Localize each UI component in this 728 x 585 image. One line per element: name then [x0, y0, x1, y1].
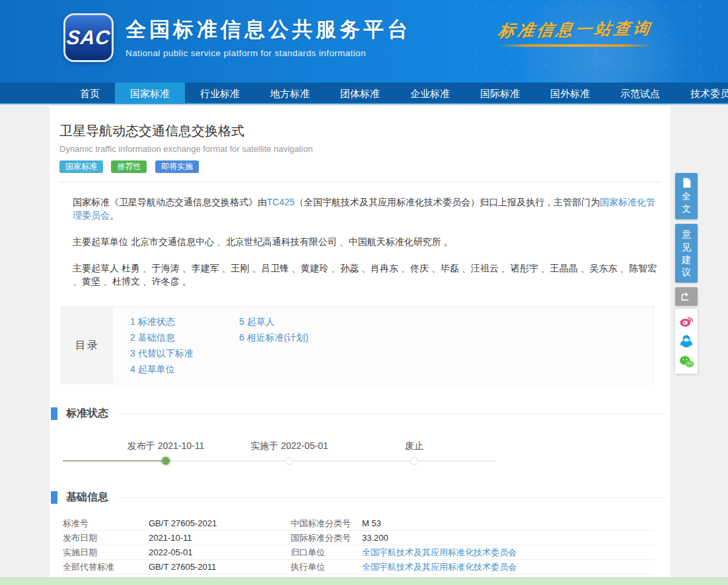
row-value: 2022-05-01 — [149, 547, 193, 557]
intro-text-2: （全国宇航技术及其应用标准化技术委员会）归口上报及执行，主管部门为 — [295, 197, 600, 207]
status-timeline: 发布于 2021-10-11 实施于 2022-05-01 废止 — [63, 435, 495, 468]
timeline-track-done — [63, 460, 166, 462]
table-row: 发布日期 2021-10-11 — [63, 531, 291, 545]
wechat-icon[interactable] — [678, 354, 694, 370]
table-row: 执行单位 全国宇航技术及其应用标准化技术委员会 — [291, 560, 654, 574]
basic-section-header: 基础信息 — [50, 491, 671, 504]
timeline-label-abolished: 废止 — [405, 440, 423, 452]
table-row: 实施日期 2022-05-01 — [63, 545, 291, 560]
nav-item-national-standards[interactable]: 国家标准 — [115, 83, 185, 103]
qq-icon[interactable] — [678, 333, 694, 349]
toc-link-drafting-orgs[interactable]: 4 起草单位 — [130, 361, 239, 377]
row-label: 全部代替标准 — [63, 561, 149, 573]
row-value: 33.200 — [362, 533, 388, 543]
document-icon — [682, 178, 692, 188]
site-header: SAC 全国标准信息公共服务平台 National public service… — [0, 0, 728, 83]
toc-link-drafters[interactable]: 5 起草人 — [239, 314, 348, 329]
timeline-label-published: 发布于 2021-10-11 — [127, 440, 204, 452]
nav-item-group-standards[interactable]: 团体标准 — [325, 83, 395, 103]
toc-link-replaced-standards[interactable]: 3 代替以下标准 — [130, 345, 239, 361]
intro-text-3: 。 — [110, 210, 119, 221]
row-label: 归口单位 — [291, 547, 362, 559]
nav-item-industry-standards[interactable]: 行业标准 — [185, 83, 255, 103]
timeline-label-implemented: 实施于 2022-05-01 — [250, 440, 328, 452]
site-title: 全国标准信息公共服务平台 — [126, 16, 411, 44]
toc-link-similar-standards[interactable]: 6 相近标准(计划) — [239, 329, 348, 345]
table-of-contents: 目录 1 标准状态 2 基础信息 3 代替以下标准 4 起草单位 5 起草人 6… — [61, 306, 654, 384]
fulltext-button[interactable]: 全文 — [675, 173, 698, 219]
drafters-paragraph: 主要起草人 杜勇 、于海涛 、李建军 、王刚 、吕卫锋 、黄建玲 、孙蕊 、肖冉… — [73, 261, 657, 288]
timeline-dot-published — [162, 457, 170, 465]
intro-paragraph: 国家标准《卫星导航动态交通信息交换格式》由TC425（全国宇航技术及其应用标准化… — [73, 195, 657, 222]
nav-item-foreign-standards[interactable]: 国外标准 — [535, 83, 605, 103]
slogan-banner: 标准信息一站查询 — [499, 18, 652, 47]
share-button[interactable] — [675, 287, 698, 306]
row-label: 中国标准分类号 — [291, 518, 362, 530]
nav-item-technical-committees[interactable]: 技术委员会 — [675, 83, 728, 103]
table-row: 国际标准分类号 33.200 — [291, 531, 654, 545]
row-label: 执行单位 — [291, 561, 362, 573]
feedback-label: 意见建议 — [681, 228, 692, 279]
sac-logo-text: SAC — [65, 26, 112, 49]
site-subtitle: National public service platform for sta… — [126, 48, 411, 58]
committee-link[interactable]: 全国宇航技术及其应用标准化技术委员会 — [362, 561, 517, 573]
row-label: 实施日期 — [63, 547, 149, 559]
title-divider — [59, 182, 661, 182]
basic-section-title: 基础信息 — [66, 491, 108, 504]
nav-item-enterprise-standards[interactable]: 企业标准 — [395, 83, 465, 103]
row-label: 国际标准分类号 — [291, 532, 362, 544]
timeline-dot-abolished — [410, 457, 418, 465]
status-section-title: 标准状态 — [66, 407, 108, 421]
section-marker — [51, 407, 57, 420]
table-row: 标准号 GB/T 27605-2021 — [63, 516, 291, 531]
row-value: GB/T 27605-2021 — [149, 518, 217, 528]
status-section-header: 标准状态 — [50, 407, 671, 421]
floating-toolbar: 全文 意见建议 — [675, 173, 698, 374]
badge-recommended: 推荐性 — [111, 160, 147, 173]
row-label: 发布日期 — [63, 532, 149, 544]
drafting-orgs-paragraph: 主要起草单位 北京市交通信息中心 、北京世纪高通科技有限公司 、中国航天标准化研… — [73, 235, 657, 248]
nav-item-local-standards[interactable]: 地方标准 — [255, 83, 325, 103]
row-value: M 53 — [362, 518, 381, 528]
table-row: 归口单位 全国宇航技术及其应用标准化技术委员会 — [291, 545, 654, 560]
standard-title-cn: 卫星导航动态交通信息交换格式 — [59, 122, 661, 140]
section-rule — [118, 497, 665, 498]
badge-national-standard: 国家标准 — [59, 160, 103, 173]
toc-link-status[interactable]: 1 标准状态 — [130, 314, 239, 329]
slogan-text: 标准信息一站查询 — [497, 17, 654, 42]
slogan-underline — [499, 44, 652, 47]
row-value: GB/T 27605-2011 — [149, 562, 216, 572]
committee-link[interactable]: 全国宇航技术及其应用标准化技术委员会 — [362, 547, 517, 559]
row-label: 标准号 — [63, 518, 149, 530]
standard-title-en: Dynamic traffic information exchange for… — [59, 144, 661, 154]
nav-item-international-standards[interactable]: 国际标准 — [465, 83, 535, 103]
table-row: 中国标准分类号 M 53 — [291, 516, 654, 531]
share-icon — [681, 292, 692, 301]
fulltext-label: 全文 — [681, 190, 692, 215]
nav-item-home[interactable]: 首页 — [65, 83, 115, 103]
toc-link-basic-info[interactable]: 2 基础信息 — [130, 329, 239, 345]
nav-item-pilot-demo[interactable]: 示范试点 — [605, 83, 675, 103]
footer-strip — [0, 577, 728, 585]
toc-label: 目录 — [61, 307, 113, 384]
feedback-button[interactable]: 意见建议 — [675, 224, 698, 283]
row-value: 2021-10-11 — [149, 533, 192, 543]
section-rule — [118, 413, 665, 414]
table-row: 全部代替标准 GB/T 27605-2011 — [63, 560, 291, 574]
timeline-dot-implemented — [285, 457, 293, 465]
sac-logo: SAC — [63, 13, 114, 62]
intro-text-1: 国家标准《卫星导航动态交通信息交换格式》由 — [73, 197, 267, 207]
social-share-panel — [675, 309, 698, 374]
basic-info-table: 标准号 GB/T 27605-2021 发布日期 2021-10-11 实施日期… — [63, 516, 654, 585]
content-card: 卫星导航动态交通信息交换格式 Dynamic traffic informati… — [50, 106, 671, 578]
main-nav: 首页 国家标准 行业标准 地方标准 团体标准 企业标准 国际标准 国外标准 示范… — [0, 83, 728, 104]
badge-upcoming: 即将实施 — [155, 160, 199, 173]
tc425-link[interactable]: TC425 — [267, 197, 295, 207]
weibo-icon[interactable] — [678, 313, 694, 329]
section-marker — [51, 491, 57, 504]
